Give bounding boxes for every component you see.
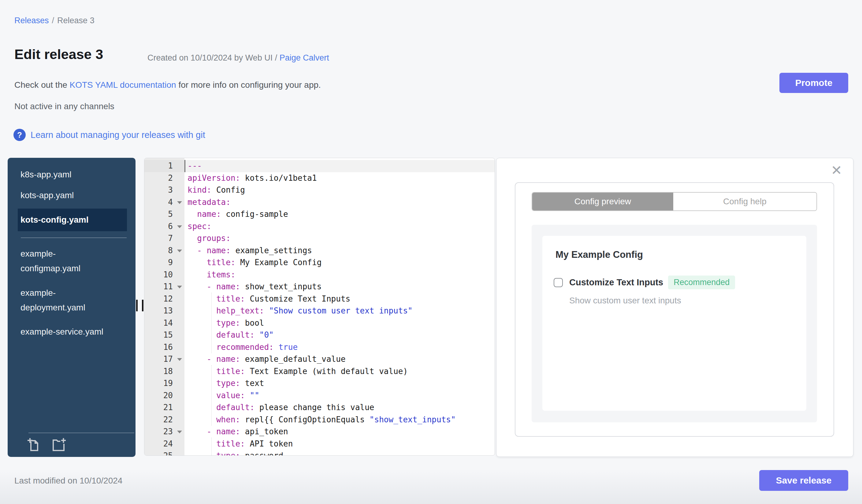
editor-line[interactable]: 17 - name: example_default_value (144, 353, 495, 366)
code-token: type: (216, 379, 240, 388)
sidebar-file-item[interactable]: k8s-app.yaml (18, 168, 127, 182)
tab-config-preview[interactable]: Config preview (532, 193, 673, 210)
config-preview-content: My Example Config Customize Text Inputs … (532, 225, 817, 422)
sidebar-editor-resize-handle[interactable] (136, 300, 144, 311)
code-text: metadata: (184, 196, 231, 209)
editor-line[interactable]: 24 title: API token (144, 438, 495, 450)
editor-line[interactable]: 14 type: bool (144, 317, 495, 329)
save-release-button[interactable]: Save release (759, 470, 848, 491)
fold-arrow-icon[interactable] (177, 250, 182, 252)
last-modified-text: Last modified on 10/10/2024 (14, 476, 122, 486)
editor-line[interactable]: 22 when: repl{{ ConfigOptionEquals "show… (144, 414, 495, 426)
editor-line[interactable]: 7 groups: (144, 233, 495, 245)
code-text: value: "" (184, 389, 259, 402)
line-number: 21 (144, 401, 184, 414)
code-text: - name: show_text_inputs (184, 281, 322, 293)
fold-arrow-icon[interactable] (177, 201, 182, 204)
editor-line[interactable]: 3kind: Config (144, 184, 495, 196)
code-token: default: (216, 330, 254, 340)
new-file-icon[interactable] (27, 438, 41, 452)
editor-line[interactable]: 10 items: (144, 269, 495, 281)
code-token: text (240, 379, 264, 388)
editor-line[interactable]: 8 - name: example_settings (144, 245, 495, 257)
sidebar-file-item[interactable]: kots-app.yaml (18, 188, 127, 202)
code-token: title: (216, 294, 245, 303)
editor-line[interactable]: 11 - name: show_text_inputs (144, 281, 495, 293)
fold-arrow-icon[interactable] (177, 225, 182, 228)
fold-arrow-icon[interactable] (177, 430, 182, 433)
line-number: 19 (144, 377, 184, 389)
editor-line[interactable]: 1--- (144, 160, 495, 172)
code-token: bool (240, 318, 264, 328)
editor-line[interactable]: 5 name: config-sample (144, 208, 495, 221)
editor-line[interactable]: 18 title: Text Example (with default val… (144, 366, 495, 378)
code-token (187, 210, 197, 219)
fold-arrow-icon[interactable] (177, 358, 182, 361)
code-token: apiVersion: (187, 173, 240, 183)
code-token: kots.io/v1beta1 (240, 173, 317, 183)
docs-line: Check out the KOTS YAML documentation fo… (14, 80, 321, 90)
learn-git-link[interactable]: ? Learn about managing your releases wit… (13, 129, 205, 141)
promote-button[interactable]: Promote (780, 73, 848, 93)
code-token: - (207, 427, 216, 436)
editor-line[interactable]: 4metadata: (144, 196, 495, 209)
sidebar-divider (21, 238, 127, 238)
recommended-badge: Recommended (668, 276, 735, 289)
line-number: 17 (144, 353, 184, 366)
question-mark-icon: ? (13, 129, 26, 141)
editor-line[interactable]: 6spec: (144, 221, 495, 233)
code-token: repl{{ ConfigOptionEquals (240, 415, 369, 424)
code-token: "show_text_inputs" (369, 415, 456, 424)
code-lines: 1---2apiVersion: kots.io/v1beta13kind: C… (144, 160, 495, 456)
author-link[interactable]: Paige Calvert (279, 53, 329, 62)
yaml-code-editor[interactable]: 1---2apiVersion: kots.io/v1beta13kind: C… (144, 158, 495, 456)
code-token (187, 343, 216, 352)
code-token: value: (216, 391, 245, 400)
text-cursor (184, 160, 185, 172)
editor-line[interactable]: 16 recommended: true (144, 341, 495, 354)
code-token (187, 415, 216, 424)
code-token: type: (216, 451, 240, 456)
sidebar-file-item[interactable]: example-configmap.yaml (18, 247, 127, 276)
sidebar-file-item[interactable]: example-deployment.yaml (18, 286, 127, 315)
code-token: when: (216, 415, 240, 424)
code-token: spec: (187, 222, 211, 231)
code-text: apiVersion: kots.io/v1beta1 (184, 172, 317, 184)
editor-line[interactable]: 2apiVersion: kots.io/v1beta1 (144, 172, 495, 184)
editor-line[interactable]: 19 type: text (144, 377, 495, 389)
code-token: name: (216, 282, 240, 291)
editor-line[interactable]: 12 title: Customize Text Inputs (144, 293, 495, 305)
editor-line[interactable]: 9 title: My Example Config (144, 256, 495, 269)
editor-line[interactable]: 15 default: "0" (144, 329, 495, 341)
line-number: 8 (144, 245, 184, 257)
code-token (187, 379, 216, 388)
kots-yaml-docs-link[interactable]: KOTS YAML documentation (70, 80, 176, 90)
line-number: 18 (144, 366, 184, 378)
code-token: type: (216, 318, 240, 328)
editor-line[interactable]: 23 - name: api_token (144, 426, 495, 438)
code-token (187, 294, 216, 303)
close-icon[interactable]: ✕ (831, 164, 842, 177)
editor-line[interactable]: 13 help_text: "Show custom user text inp… (144, 305, 495, 317)
code-token: My Example Config (236, 258, 322, 267)
line-number: 5 (144, 208, 184, 221)
line-number: 14 (144, 317, 184, 329)
code-token: true (278, 343, 298, 352)
line-number: 24 (144, 438, 184, 450)
new-folder-icon[interactable] (52, 438, 66, 452)
breadcrumb-releases-link[interactable]: Releases (14, 16, 49, 25)
code-token (187, 306, 216, 315)
sidebar-file-item[interactable]: kots-config.yaml (18, 209, 127, 231)
customize-text-inputs-checkbox[interactable] (554, 278, 563, 287)
code-token (187, 318, 216, 328)
fold-arrow-icon[interactable] (177, 286, 182, 288)
editor-line[interactable]: 21 default: please change this value (144, 401, 495, 414)
code-token (187, 355, 207, 363)
docs-prefix: Check out the (14, 80, 70, 90)
editor-line[interactable]: 20 value: "" (144, 389, 495, 402)
editor-line[interactable]: 25 type: password (144, 450, 495, 456)
tab-config-help[interactable]: Config help (673, 193, 817, 210)
line-number: 12 (144, 293, 184, 305)
sidebar-file-item[interactable]: example-service.yaml (18, 325, 127, 339)
line-number: 10 (144, 269, 184, 281)
